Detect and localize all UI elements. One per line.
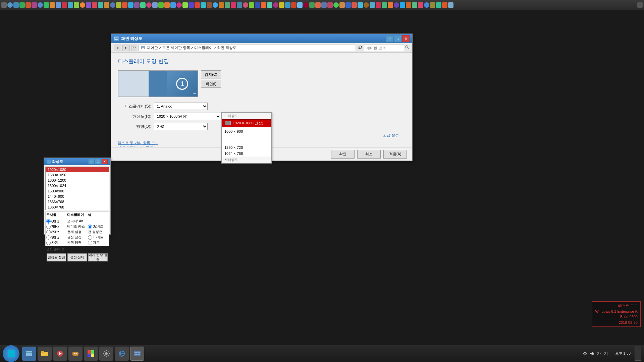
top-icon[interactable] bbox=[56, 2, 61, 8]
top-icon[interactable] bbox=[213, 2, 218, 8]
top-icon[interactable] bbox=[158, 2, 164, 8]
top-icon[interactable] bbox=[182, 2, 188, 8]
top-icon[interactable] bbox=[400, 2, 405, 8]
recommended-settings-button[interactable]: 권장된 설정 bbox=[47, 253, 66, 261]
taskbar-item-folder[interactable] bbox=[38, 347, 52, 361]
top-icon[interactable] bbox=[285, 2, 290, 8]
dropdown-item-1024[interactable]: 1024 × 768 bbox=[222, 150, 271, 157]
top-icon[interactable] bbox=[364, 2, 369, 8]
res-item-1360x768[interactable]: 1360×768 bbox=[46, 204, 109, 210]
tray-icon-eng[interactable]: 기 bbox=[603, 351, 609, 357]
top-icon[interactable] bbox=[134, 2, 140, 8]
top-icon[interactable] bbox=[370, 2, 375, 8]
secondary-minimize[interactable]: ─ bbox=[88, 159, 94, 164]
advanced-settings-link[interactable]: 고급 설정 bbox=[383, 133, 399, 137]
top-icon[interactable] bbox=[189, 2, 194, 8]
resolution-list[interactable]: 644×362 1680×1050 1600×1200 1600×1024 … bbox=[45, 167, 109, 210]
top-icon[interactable] bbox=[80, 2, 85, 8]
top-icon[interactable] bbox=[358, 2, 363, 8]
res-item-1440x900[interactable]: 1440×900 bbox=[46, 194, 109, 199]
top-icon[interactable] bbox=[201, 2, 206, 8]
top-icon[interactable] bbox=[315, 2, 321, 8]
top-icon[interactable] bbox=[327, 2, 333, 8]
top-icon[interactable] bbox=[1, 2, 7, 8]
top-icon[interactable] bbox=[44, 2, 49, 8]
search-icon[interactable] bbox=[405, 45, 410, 51]
top-icon[interactable] bbox=[255, 2, 260, 8]
top-icon[interactable] bbox=[237, 2, 242, 8]
top-icon[interactable] bbox=[243, 2, 248, 8]
top-icon[interactable] bbox=[170, 2, 176, 8]
top-icon[interactable] bbox=[261, 2, 266, 8]
top-icon[interactable] bbox=[412, 2, 417, 8]
top-icon[interactable] bbox=[110, 2, 115, 8]
res-item-1600x900[interactable]: 1600×900 bbox=[46, 188, 109, 194]
top-icon[interactable] bbox=[394, 2, 399, 8]
taskbar-item-settings[interactable] bbox=[99, 347, 113, 361]
res-item-1366x768[interactable]: 1366×768 bbox=[46, 199, 109, 204]
up-button[interactable] bbox=[131, 45, 137, 51]
top-icon[interactable] bbox=[418, 2, 423, 8]
dropdown-item-1920[interactable]: 644 × 362(권장) bbox=[222, 119, 271, 127]
top-icon[interactable] bbox=[68, 2, 73, 8]
top-icon[interactable] bbox=[86, 2, 91, 8]
top-icon[interactable] bbox=[436, 2, 441, 8]
res-item-644x362[interactable]: 644×362 bbox=[46, 167, 109, 172]
top-icon[interactable] bbox=[164, 2, 170, 8]
top-icon[interactable] bbox=[128, 2, 133, 8]
top-icon[interactable] bbox=[176, 2, 182, 8]
back-button[interactable]: ◄ bbox=[114, 45, 121, 51]
confirm-button[interactable]: 확인 bbox=[331, 150, 355, 159]
top-icon[interactable] bbox=[448, 2, 453, 8]
top-icon[interactable] bbox=[62, 2, 67, 8]
res-item-1600x1024[interactable]: 1600×1024 bbox=[46, 183, 109, 188]
top-icon[interactable] bbox=[152, 2, 158, 8]
identify-button[interactable]: 확인(I) bbox=[201, 80, 221, 88]
dropdown-item-1280[interactable]: 1280 × 720 bbox=[222, 144, 271, 150]
taskbar-item-game[interactable] bbox=[68, 347, 83, 361]
tray-icon-network[interactable] bbox=[582, 351, 588, 357]
top-icon[interactable] bbox=[376, 2, 381, 8]
top-icon[interactable] bbox=[442, 2, 447, 8]
top-icon[interactable] bbox=[122, 2, 127, 8]
top-icon[interactable] bbox=[249, 2, 254, 8]
top-icon[interactable] bbox=[219, 2, 224, 8]
top-icon[interactable] bbox=[321, 2, 327, 8]
top-icon[interactable] bbox=[50, 2, 55, 8]
orientation-select[interactable]: 가로 bbox=[154, 123, 208, 130]
taskbar-item-media[interactable] bbox=[53, 347, 67, 361]
top-icon[interactable] bbox=[98, 2, 103, 8]
top-icon[interactable] bbox=[267, 2, 272, 8]
top-icon[interactable] bbox=[333, 2, 339, 8]
dropdown-item-1600[interactable]: 1600 × 900 bbox=[222, 128, 271, 134]
close-button[interactable]: ✕ bbox=[402, 35, 410, 42]
taskbar-item-colors[interactable] bbox=[84, 347, 98, 361]
taskbar-top-close[interactable] bbox=[637, 2, 643, 8]
top-icon[interactable] bbox=[279, 2, 284, 8]
start-button[interactable] bbox=[3, 345, 19, 362]
top-icon[interactable] bbox=[231, 2, 236, 8]
taskbar-item-ie[interactable] bbox=[115, 347, 129, 361]
top-icon[interactable] bbox=[225, 2, 230, 8]
cancel-button[interactable]: 취소 bbox=[357, 150, 381, 159]
taskbar-item-control-panel[interactable] bbox=[130, 347, 144, 361]
top-icon[interactable] bbox=[140, 2, 146, 8]
top-icon[interactable] bbox=[406, 2, 411, 8]
top-icon[interactable] bbox=[104, 2, 109, 8]
top-icon[interactable] bbox=[352, 2, 357, 8]
top-icon[interactable] bbox=[339, 2, 345, 8]
variables-button[interactable]: 매개 변수 설명 bbox=[88, 253, 108, 261]
top-icon[interactable] bbox=[38, 2, 43, 8]
top-icon[interactable] bbox=[309, 2, 315, 8]
secondary-maximize[interactable]: □ bbox=[95, 159, 101, 164]
top-icon[interactable] bbox=[19, 2, 25, 8]
select-settings-button[interactable]: 설정 선택 bbox=[67, 253, 87, 261]
text-size-link[interactable]: 텍스트 및 기타 항목 크... bbox=[118, 141, 158, 145]
top-icon[interactable] bbox=[273, 2, 278, 8]
res-item-1280x1024[interactable]: 1280×1024 bbox=[46, 210, 109, 210]
search-input[interactable] bbox=[364, 45, 404, 51]
show-desktop-button[interactable] bbox=[635, 347, 641, 361]
top-icon[interactable] bbox=[207, 2, 212, 8]
detect-button[interactable]: 감지(C) bbox=[201, 70, 221, 78]
taskbar-item-files[interactable] bbox=[22, 347, 36, 361]
